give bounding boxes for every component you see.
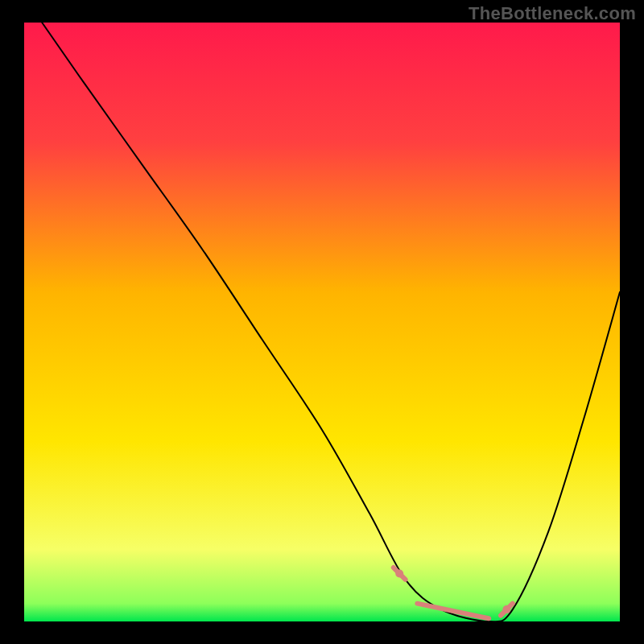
chart-frame: TheBottleneck.com [0,0,644,644]
bottleneck-chart [0,0,644,644]
watermark-text: TheBottleneck.com [469,3,636,24]
svg-rect-1 [0,621,644,644]
highlight-dot-0 [395,569,403,577]
highlight-dot-1 [502,605,510,613]
gradient-background [24,23,620,621]
svg-rect-2 [0,0,24,644]
svg-rect-3 [620,0,644,644]
